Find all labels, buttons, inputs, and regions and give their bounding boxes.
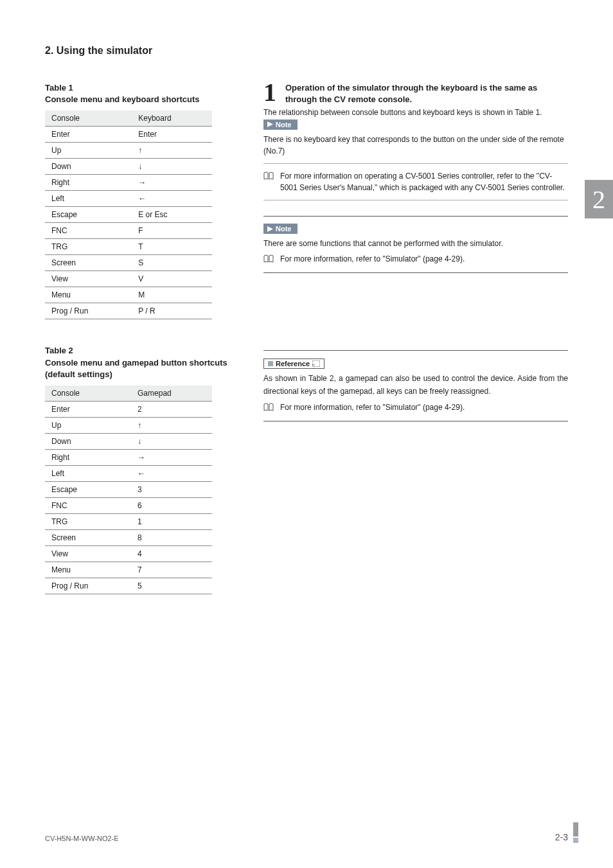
table-2: Console Gamepad Enter2Up↑Down↓Right→Left…: [45, 385, 212, 594]
table-row: ViewV: [45, 271, 212, 287]
table-cell: Right: [45, 175, 132, 191]
reference-label: Reference: [263, 359, 324, 369]
reference-block: Reference As shown in Table 2, a gamepad…: [263, 350, 568, 421]
table-cell: ←: [132, 191, 212, 207]
table-cell: Enter: [45, 127, 132, 143]
left-column: Table 1 Console menu and keyboard shortc…: [45, 82, 238, 620]
table-cell: Down: [45, 433, 131, 449]
table-cell: ↓: [132, 159, 212, 175]
table-row: Console Gamepad: [45, 385, 212, 402]
note-label: Note: [263, 224, 298, 234]
table-cell: ↓: [131, 433, 212, 449]
table-cell: Screen: [45, 255, 132, 271]
table-cell: 1: [131, 513, 212, 529]
table-cell: Escape: [45, 481, 131, 497]
note-1-ref-text: For more information on operating a CV-5…: [280, 170, 568, 193]
step-1: 1 Operation of the simulator through the…: [263, 82, 568, 105]
table-cell: View: [45, 271, 132, 287]
note-2-ref: For more information, refer to "Simulato…: [263, 253, 568, 265]
table-row: Left←: [45, 191, 212, 207]
table-cell: Menu: [45, 287, 132, 303]
table-cell: 2: [131, 401, 212, 417]
table-cell: Screen: [45, 529, 131, 545]
table-row: ScreenS: [45, 255, 212, 271]
table-cell: 8: [131, 529, 212, 545]
svg-marker-0: [267, 121, 273, 127]
table-1-title: Table 1 Console menu and keyboard shortc…: [45, 82, 238, 105]
page: 2. Using the simulator Table 1 Console m…: [0, 0, 613, 868]
table-row: EnterEnter: [45, 127, 212, 143]
chapter-thumb-tab: 2: [585, 180, 613, 218]
play-icon: [267, 226, 273, 232]
footer: CV-H5N-M-WW-NO2-E 2-3: [45, 832, 568, 842]
corner-mark-icon: [567, 822, 580, 846]
table-1-subtitle: Console menu and keyboard shortcuts: [45, 94, 200, 104]
table-cell: ←: [131, 465, 212, 481]
table-2-block: Table 2 Console menu and gamepad button …: [45, 345, 238, 594]
reference-label-text: Reference: [276, 360, 310, 368]
table-row: Up↑: [45, 417, 212, 433]
note-1-block: Note There is no keyboard key that corre…: [263, 118, 568, 200]
table-cell: Prog / Run: [45, 303, 132, 319]
table-cell: FNC: [45, 223, 132, 239]
table-cell: ↑: [131, 417, 212, 433]
section-heading: 2. Using the simulator: [45, 45, 568, 57]
square-icon: [268, 361, 273, 366]
table-cell: TRG: [45, 239, 132, 255]
step-number: 1: [263, 82, 276, 103]
table-row: Menu7: [45, 562, 212, 578]
note-label-text: Note: [276, 225, 291, 233]
table-row: Down↓: [45, 433, 212, 449]
table-cell: 3: [131, 481, 212, 497]
intro-text: The relationship between console buttons…: [263, 107, 568, 118]
table-cell: P / R: [132, 303, 212, 319]
table-row: TRGT: [45, 239, 212, 255]
table-cell: 5: [131, 578, 212, 594]
note-label-text: Note: [276, 121, 291, 128]
table-cell: S: [132, 255, 212, 271]
table-cell: Right: [45, 449, 131, 465]
svg-rect-2: [573, 822, 578, 837]
table-row: Escape3: [45, 481, 212, 497]
page-number: 2-3: [555, 832, 568, 842]
table-row: Up↑: [45, 143, 212, 159]
table-1-block: Table 1 Console menu and keyboard shortc…: [45, 82, 238, 319]
table-cell: Down: [45, 159, 132, 175]
table-cell: T: [132, 239, 212, 255]
table-row: Right→: [45, 449, 212, 465]
page-corner-icon: [312, 360, 320, 367]
play-icon: [267, 121, 273, 127]
table-1: Console Keyboard EnterEnterUp↑Down↓Right…: [45, 111, 212, 319]
note-2-ref-text: For more information, refer to "Simulato…: [280, 253, 465, 265]
doc-code: CV-H5N-M-WW-NO2-E: [45, 835, 119, 842]
table-cell: FNC: [45, 497, 131, 513]
table-row: Left←: [45, 465, 212, 481]
book-icon: [263, 403, 274, 412]
table-cell: 7: [131, 562, 212, 578]
spacer: [263, 273, 568, 350]
note-label: Note: [263, 120, 298, 130]
table-2-header-1: Gamepad: [131, 385, 212, 402]
table-row: Screen8: [45, 529, 212, 545]
table-cell: Left: [45, 191, 132, 207]
table-row: Down↓: [45, 159, 212, 175]
table-row: MenuM: [45, 287, 212, 303]
table-row: Console Keyboard: [45, 111, 212, 127]
table-2-title: Table 2 Console menu and gamepad button …: [45, 345, 238, 380]
step-text: Operation of the simulator through the k…: [285, 82, 568, 105]
table-cell: Prog / Run: [45, 578, 131, 594]
table-cell: Menu: [45, 562, 131, 578]
table-row: Prog / Run5: [45, 578, 212, 594]
reference-ref: For more information, refer to "Simulato…: [263, 402, 568, 413]
table-1-label: Table 1: [45, 83, 73, 93]
table-cell: ↑: [132, 143, 212, 159]
note-1-ref: For more information on operating a CV-5…: [263, 170, 568, 193]
table-2-header-0: Console: [45, 385, 131, 402]
content-columns: Table 1 Console menu and keyboard shortc…: [45, 82, 568, 620]
table-cell: Left: [45, 465, 131, 481]
table-row: FNCF: [45, 223, 212, 239]
reference-ref-text: For more information, refer to "Simulato…: [280, 402, 465, 413]
table-row: Enter2: [45, 401, 212, 417]
table-cell: Enter: [45, 401, 131, 417]
right-column: 1 Operation of the simulator through the…: [263, 82, 568, 620]
